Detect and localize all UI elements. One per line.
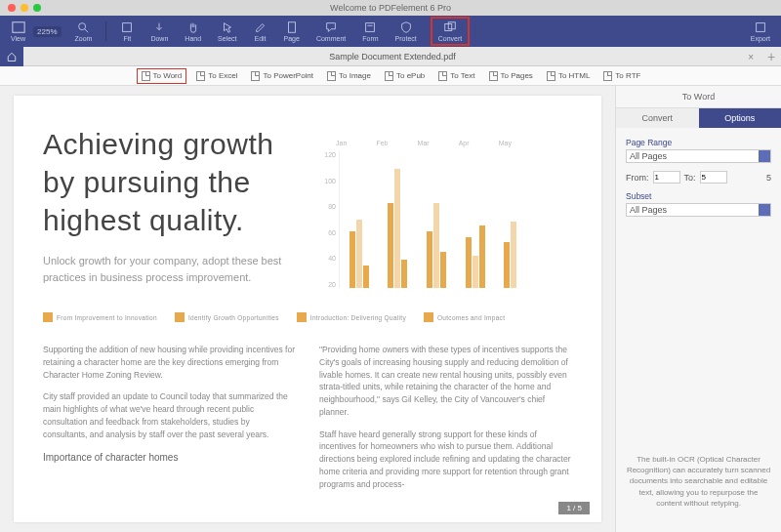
- convert-to-excel[interactable]: To Excel: [192, 69, 241, 83]
- section-link: Introduction: Delivering Quality: [297, 312, 406, 322]
- convert-to-word[interactable]: To Word: [137, 68, 187, 84]
- section-link: From Improvement to Innovation: [43, 312, 157, 322]
- convert-to-image[interactable]: To Image: [323, 69, 375, 83]
- toolbar-protect[interactable]: Protect: [392, 19, 420, 44]
- sidebar-tab-convert[interactable]: Convert: [616, 108, 699, 128]
- document-page: Achieving growth by pursuing the highest…: [14, 96, 601, 522]
- toolbar-form[interactable]: Form: [359, 19, 381, 44]
- svg-rect-4: [288, 22, 295, 33]
- document-tabbar: Sample Document Extended.pdf× +: [0, 47, 781, 66]
- section-links: From Improvement to InnovationIdentify G…: [43, 312, 572, 322]
- total-pages: 5: [766, 173, 771, 183]
- titlebar: Welcome to PDFelement 6 Pro: [0, 0, 781, 16]
- document-tab[interactable]: Sample Document Extended.pdf×: [23, 52, 761, 61]
- convert-to-powerpoint[interactable]: To PowerPoint: [247, 69, 317, 83]
- main-toolbar: View 225% Zoom Fit Down Hand Select Edit…: [0, 16, 781, 47]
- body-column-1: Supporting the addition of new housing w…: [43, 344, 296, 500]
- svg-rect-9: [757, 23, 765, 32]
- convert-subtoolbar: To Word To Excel To PowerPoint To Image …: [0, 66, 781, 86]
- toolbar-fit[interactable]: Fit: [117, 19, 137, 44]
- doc-heading: Achieving growth by pursuing the highest…: [43, 125, 297, 239]
- svg-rect-3: [123, 23, 132, 32]
- toolbar-down[interactable]: Down: [147, 19, 171, 44]
- convert-to-text[interactable]: To Text: [434, 69, 478, 83]
- section-icon: [43, 312, 53, 322]
- page-range-label: Page Range: [626, 138, 771, 147]
- convert-to-html[interactable]: To HTML: [543, 69, 594, 83]
- page-indicator: 1 / 5: [558, 502, 590, 514]
- to-input[interactable]: [700, 171, 727, 184]
- toolbar-view[interactable]: View: [8, 19, 28, 44]
- toolbar-export[interactable]: Export: [748, 19, 773, 44]
- home-button[interactable]: [0, 47, 23, 66]
- sidebar-tab-options[interactable]: Options: [699, 108, 782, 128]
- doc-subheading: Unlock growth for your company, adopt th…: [43, 253, 297, 285]
- section-link: Outcomes and Impact: [424, 312, 505, 322]
- toolbar-comment[interactable]: Comment: [313, 19, 349, 44]
- section-link: Identify Growth Opportunities: [175, 312, 279, 322]
- toolbar-select[interactable]: Select: [215, 19, 239, 44]
- convert-sidebar: To Word Convert Options Page Range All P…: [615, 86, 781, 532]
- subset-select[interactable]: All Pages: [626, 203, 771, 217]
- from-label: From:: [626, 173, 649, 183]
- section-icon: [175, 312, 185, 322]
- section-icon: [297, 312, 307, 322]
- svg-point-1: [79, 23, 86, 30]
- toolbar-page[interactable]: Page: [281, 19, 303, 44]
- zoom-value[interactable]: 225%: [33, 26, 61, 37]
- close-tab-icon[interactable]: ×: [748, 52, 754, 62]
- sidebar-title: To Word: [616, 86, 781, 108]
- document-viewport[interactable]: Achieving growth by pursuing the highest…: [0, 86, 615, 532]
- subset-label: Subset: [626, 191, 771, 201]
- svg-rect-5: [366, 23, 375, 32]
- page-range-select[interactable]: All Pages: [626, 149, 771, 163]
- toolbar-hand[interactable]: Hand: [182, 19, 204, 44]
- convert-to-rtf[interactable]: To RTF: [599, 69, 644, 83]
- svg-rect-0: [12, 22, 23, 33]
- convert-to-epub[interactable]: To ePub: [381, 69, 429, 83]
- toolbar-convert[interactable]: Convert: [431, 17, 471, 46]
- add-tab-button[interactable]: +: [761, 49, 781, 64]
- toolbar-zoom[interactable]: Zoom: [72, 19, 96, 44]
- to-label: To:: [684, 173, 696, 183]
- doc-icon: [142, 71, 150, 81]
- from-input[interactable]: [653, 171, 680, 184]
- svg-line-2: [85, 29, 89, 33]
- toolbar-edit[interactable]: Edit: [251, 19, 270, 44]
- bar-chart: JanFebMarAprMay 12010080604020: [321, 125, 526, 291]
- window-title: Welcome to PDFelement 6 Pro: [0, 3, 781, 13]
- sidebar-footer-text: The built-in OCR (Optical Character Reco…: [616, 440, 781, 532]
- body-column-2: "Providing home owners with these types …: [319, 344, 572, 500]
- convert-to-pages[interactable]: To Pages: [485, 69, 537, 83]
- section-icon: [424, 312, 433, 322]
